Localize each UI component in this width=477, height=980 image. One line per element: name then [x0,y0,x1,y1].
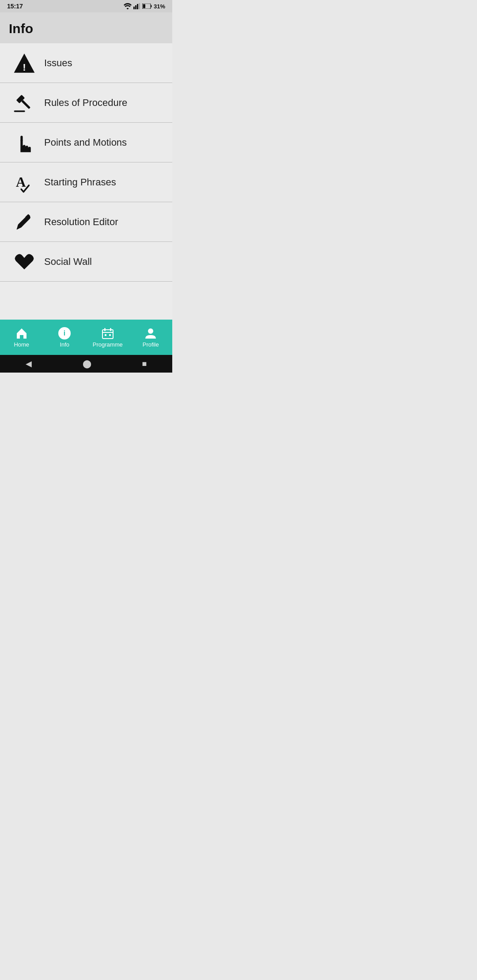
signal-icon [133,3,140,9]
bottom-nav: Home i Info Programme [0,320,172,355]
status-bar: 15:17 31% [0,0,172,12]
battery-icon [142,4,152,9]
social-wall-label: Social Wall [44,256,92,268]
svg-rect-17 [102,330,113,339]
svg-rect-3 [139,3,140,9]
points-and-motions-label: Points and Motions [44,137,127,148]
recents-button[interactable]: ■ [142,359,147,369]
menu-item-starting-phrases[interactable]: A Starting Phrases [0,162,172,202]
svg-rect-22 [109,334,111,336]
edit-icon [9,211,40,234]
svg-rect-10 [21,100,30,109]
nav-home-label: Home [14,341,29,348]
warning-icon: ! [9,52,40,75]
status-time: 15:17 [7,3,23,10]
nav-programme-label: Programme [93,341,123,348]
svg-rect-18 [104,328,106,331]
menu-item-resolution-editor[interactable]: Resolution Editor [0,202,172,242]
svg-text:A: A [16,174,26,190]
svg-rect-19 [110,328,111,331]
page-title: Info [9,21,163,36]
menu-item-issues[interactable]: ! Issues [0,43,172,83]
page-header: Info [0,12,172,43]
hand-icon [9,131,40,154]
svg-rect-2 [137,4,138,9]
battery-percent: 31% [154,3,165,10]
heart-icon [9,250,40,273]
info-nav-icon: i [58,327,71,339]
svg-rect-21 [105,334,106,336]
svg-rect-5 [143,4,145,8]
rules-of-procedure-label: Rules of Procedure [44,97,127,109]
svg-text:!: ! [23,62,26,73]
system-nav: ◀ ⬤ ■ [0,355,172,373]
nav-info-label: Info [60,341,69,348]
issues-label: Issues [44,57,72,69]
resolution-editor-label: Resolution Editor [44,216,118,228]
menu-item-rules-of-procedure[interactable]: Rules of Procedure [0,83,172,123]
person-nav-icon [144,327,157,339]
nav-home[interactable]: Home [0,320,43,355]
nav-profile-label: Profile [143,341,159,348]
home-nav-icon [15,327,28,339]
gavel-icon [9,91,40,114]
nav-info[interactable]: i Info [43,320,87,355]
starting-phrases-label: Starting Phrases [44,177,116,188]
menu-item-social-wall[interactable]: Social Wall [0,242,172,282]
menu-item-points-and-motions[interactable]: Points and Motions [0,123,172,162]
svg-rect-6 [151,5,151,8]
calendar-nav-icon [102,327,114,339]
nav-programme[interactable]: Programme [86,320,129,355]
svg-point-23 [148,328,153,334]
status-icons: 31% [124,3,165,10]
wifi-icon [124,3,132,9]
home-button[interactable]: ⬤ [83,359,91,369]
svg-text:i: i [64,329,65,337]
main-content: ! Issues Rules of Procedure [0,43,172,320]
svg-rect-1 [135,5,136,9]
svg-rect-0 [133,7,135,9]
spellcheck-icon: A [9,171,40,194]
back-button[interactable]: ◀ [26,359,32,369]
nav-profile[interactable]: Profile [129,320,173,355]
svg-rect-12 [20,136,23,141]
